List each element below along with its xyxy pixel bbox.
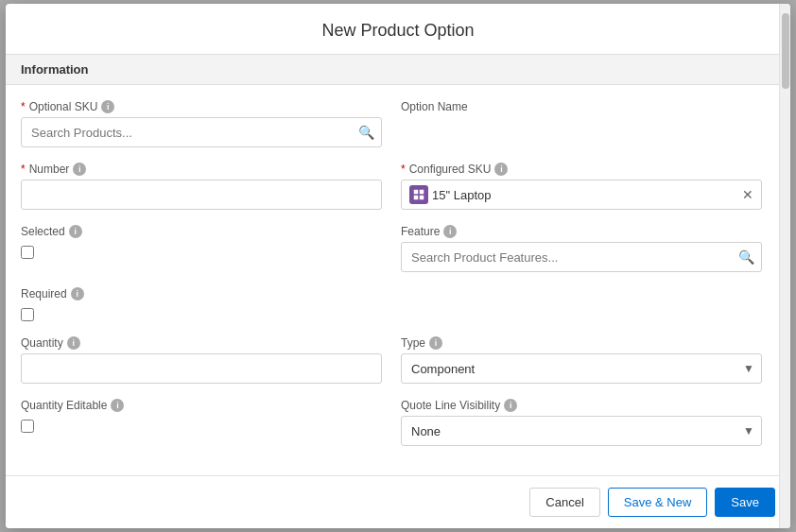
optional-sku-label-text: Optional SKU: [29, 100, 98, 113]
label-type: Type i: [401, 336, 762, 350]
modal: New Product Option Information * Optiona…: [6, 4, 790, 528]
optional-sku-search-icon: 🔍: [358, 125, 374, 140]
configured-sku-chip: 15" Laptop: [409, 185, 491, 204]
col-selected: Selected i: [21, 225, 382, 272]
quantity-editable-checkbox[interactable]: [21, 420, 34, 433]
configured-sku-label-text: Configured SKU: [409, 163, 492, 176]
quote-line-visibility-select-wrapper: None Editable Read Only ▼: [401, 416, 762, 446]
form-row-1: * Optional SKU i 🔍 Option Name: [21, 100, 762, 147]
scrollbar-thumb[interactable]: [782, 13, 789, 89]
modal-backdrop: New Product Option Information * Optiona…: [0, 0, 796, 532]
feature-search-icon: 🔍: [738, 249, 754, 265]
number-info-icon: i: [73, 163, 86, 176]
col-quantity-editable: Quantity Editable i: [21, 399, 382, 446]
label-option-name: Option Name: [401, 100, 762, 113]
col-required: Required i: [21, 287, 382, 321]
modal-footer: Cancel Save & New Save: [6, 475, 790, 528]
quantity-label-text: Quantity: [21, 336, 63, 350]
label-quantity-editable: Quantity Editable i: [21, 399, 382, 412]
col-configured-sku: * Configured SKU i: [401, 163, 762, 210]
quantity-input[interactable]: [21, 353, 382, 384]
required-checkbox-wrapper: [21, 308, 382, 321]
save-button[interactable]: Save: [715, 488, 775, 517]
label-number: * Number i: [21, 163, 382, 176]
quote-line-visibility-label-text: Quote Line Visibility: [401, 399, 500, 412]
selected-checkbox-wrapper: [21, 246, 382, 259]
scrollbar-track[interactable]: [779, 4, 790, 528]
required-label-text: Required: [21, 287, 67, 300]
col-quantity: Quantity i: [21, 336, 382, 384]
quantity-editable-label-text: Quantity Editable: [21, 399, 107, 412]
required-info-icon: i: [71, 287, 84, 300]
feature-label-text: Feature: [401, 225, 440, 238]
save-new-button[interactable]: Save & New: [608, 488, 708, 517]
label-quantity: Quantity i: [21, 336, 382, 350]
quote-line-visibility-select[interactable]: None Editable Read Only: [401, 416, 762, 446]
feature-info-icon: i: [443, 225, 457, 238]
selected-label-text: Selected: [21, 225, 65, 238]
cancel-button[interactable]: Cancel: [529, 488, 599, 517]
required-checkbox[interactable]: [21, 308, 34, 321]
type-info-icon: i: [429, 336, 442, 350]
col-feature: Feature i 🔍: [401, 225, 762, 272]
form-row-6: Quantity Editable i Quote Line Visibilit…: [21, 399, 762, 446]
quote-line-visibility-info-icon: i: [504, 399, 517, 412]
type-label-text: Type: [401, 336, 425, 350]
number-input[interactable]: [21, 180, 382, 210]
section-information: Information: [6, 54, 790, 85]
label-selected: Selected i: [21, 225, 382, 238]
svg-rect-0: [414, 190, 419, 195]
col-optional-sku: * Optional SKU i 🔍: [21, 100, 382, 147]
label-optional-sku: * Optional SKU i: [21, 100, 382, 113]
svg-rect-1: [420, 190, 424, 195]
col-quote-line-visibility: Quote Line Visibility i None Editable Re…: [401, 399, 762, 446]
optional-sku-info-icon: i: [101, 100, 114, 113]
configured-sku-required-marker: *: [401, 163, 406, 176]
option-name-label-text: Option Name: [401, 100, 468, 113]
form-row-3: Selected i Feature i: [21, 225, 762, 272]
form-row-2: * Number i * Configured SKU i: [21, 163, 762, 210]
label-quote-line-visibility: Quote Line Visibility i: [401, 399, 762, 412]
label-required: Required i: [21, 287, 382, 300]
number-label-text: Number: [29, 163, 70, 176]
form-row-4: Required i: [21, 287, 762, 321]
configured-sku-chip-close[interactable]: ✕: [742, 187, 753, 202]
quantity-editable-info-icon: i: [111, 399, 124, 412]
configured-sku-info-icon: i: [494, 163, 508, 176]
col-type: Type i Component None ▼: [401, 336, 762, 384]
form-row-5: Quantity i Type i Component: [21, 336, 762, 384]
configured-sku-chip-text: 15" Laptop: [432, 188, 491, 202]
configured-sku-chip-input[interactable]: 15" Laptop ✕: [401, 180, 762, 210]
selected-info-icon: i: [69, 225, 82, 238]
form-area: * Optional SKU i 🔍 Option Name: [6, 85, 777, 446]
required-marker: *: [21, 100, 26, 113]
type-select[interactable]: Component None: [401, 353, 762, 384]
option-name-placeholder: [401, 117, 762, 132]
number-required-marker: *: [21, 163, 26, 176]
feature-search-wrapper: 🔍: [401, 242, 762, 272]
col-option-name: Option Name: [401, 100, 762, 147]
feature-search-input[interactable]: [401, 242, 762, 272]
svg-rect-2: [414, 196, 419, 200]
modal-title: New Product Option: [6, 4, 790, 54]
optional-sku-search-wrapper: 🔍: [21, 117, 382, 147]
col-number: * Number i: [21, 163, 382, 210]
chip-icon-svg: [413, 189, 424, 200]
quantity-info-icon: i: [67, 336, 80, 350]
configured-sku-chip-icon: [409, 185, 428, 204]
col-required-right: [401, 287, 762, 321]
label-configured-sku: * Configured SKU i: [401, 163, 762, 176]
type-select-wrapper: Component None ▼: [401, 353, 762, 384]
optional-sku-input[interactable]: [21, 117, 382, 147]
modal-body: * Optional SKU i 🔍 Option Name: [6, 85, 790, 475]
selected-checkbox[interactable]: [21, 246, 34, 259]
label-feature: Feature i: [401, 225, 762, 238]
svg-rect-3: [420, 196, 424, 200]
quantity-editable-checkbox-wrapper: [21, 420, 382, 433]
